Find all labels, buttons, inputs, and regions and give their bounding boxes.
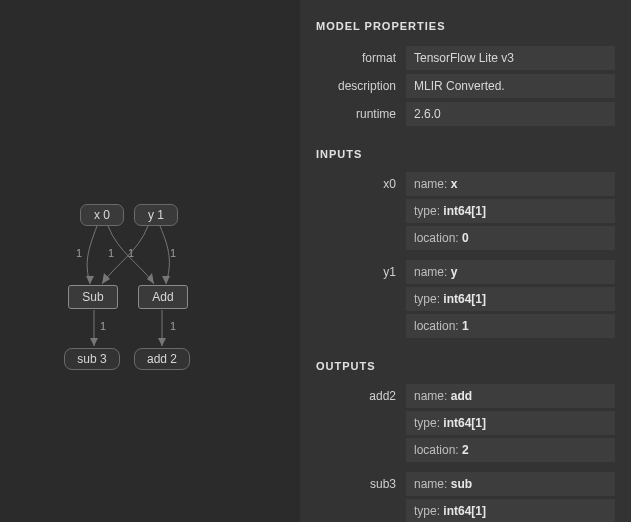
prop-value: 2.6.0 [406, 102, 615, 126]
section-outputs: OUTPUTS [316, 360, 615, 372]
graph-edges [0, 0, 300, 522]
input-x0: x0 name: x type: int64[1] location: 0 [316, 172, 615, 250]
node-y1[interactable]: y 1 [134, 204, 178, 226]
io-type: type: int64[1] [406, 499, 615, 522]
io-key: sub3 [316, 472, 406, 522]
node-sub3[interactable]: sub 3 [64, 348, 120, 370]
io-key: x0 [316, 172, 406, 250]
node-sub[interactable]: Sub [68, 285, 118, 309]
output-add2: add2 name: add type: int64[1] location: … [316, 384, 615, 462]
io-name: name: x [406, 172, 615, 196]
prop-row-format: format TensorFlow Lite v3 [316, 46, 615, 70]
io-name: name: add [406, 384, 615, 408]
panel-title: MODEL PROPERTIES [316, 20, 615, 32]
properties-panel: MODEL PROPERTIES format TensorFlow Lite … [300, 0, 631, 522]
prop-label: format [316, 46, 406, 65]
edge-label-add-add2: 1 [170, 320, 176, 332]
prop-row-runtime: runtime 2.6.0 [316, 102, 615, 126]
prop-value: MLIR Converted. [406, 74, 615, 98]
io-location: location: 2 [406, 438, 615, 462]
io-type: type: int64[1] [406, 199, 615, 223]
prop-label: runtime [316, 102, 406, 121]
edge-label-x0-add: 1 [108, 247, 114, 259]
edge-label-x0-sub: 1 [76, 247, 82, 259]
node-x0[interactable]: x 0 [80, 204, 124, 226]
svg-marker-1 [147, 273, 154, 284]
io-location: location: 0 [406, 226, 615, 250]
io-location: location: 1 [406, 314, 615, 338]
svg-marker-4 [90, 338, 98, 346]
svg-marker-3 [162, 276, 170, 284]
input-y1: y1 name: y type: int64[1] location: 1 [316, 260, 615, 338]
io-name: name: sub [406, 472, 615, 496]
prop-value: TensorFlow Lite v3 [406, 46, 615, 70]
io-name: name: y [406, 260, 615, 284]
output-sub3: sub3 name: sub type: int64[1] location: … [316, 472, 615, 522]
section-inputs: INPUTS [316, 148, 615, 160]
io-type: type: int64[1] [406, 411, 615, 435]
io-type: type: int64[1] [406, 287, 615, 311]
edge-label-y1-add: 1 [170, 247, 176, 259]
node-add[interactable]: Add [138, 285, 188, 309]
io-key: add2 [316, 384, 406, 462]
node-add2[interactable]: add 2 [134, 348, 190, 370]
svg-marker-0 [86, 276, 94, 284]
prop-label: description [316, 74, 406, 93]
io-key: y1 [316, 260, 406, 338]
prop-row-description: description MLIR Converted. [316, 74, 615, 98]
svg-marker-2 [102, 273, 110, 284]
svg-marker-5 [158, 338, 166, 346]
edge-label-y1-sub: 1 [128, 247, 134, 259]
edge-label-sub-sub3: 1 [100, 320, 106, 332]
graph-canvas[interactable]: x 0 y 1 Sub Add sub 3 add 2 1 1 1 1 1 1 [0, 0, 300, 522]
